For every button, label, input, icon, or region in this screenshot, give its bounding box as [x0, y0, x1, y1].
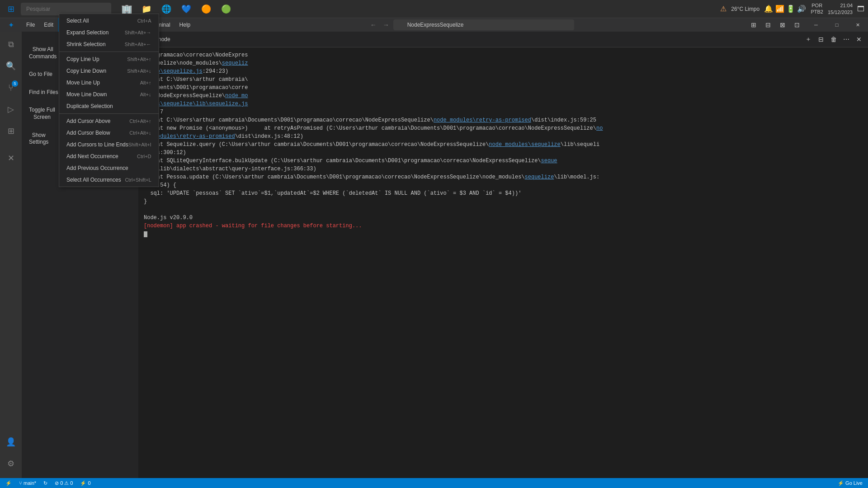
- statusbar-remote-count[interactable]: ⚡ 0: [78, 478, 92, 488]
- menu-copy-line-down[interactable]: Copy Line Down Shift+Alt+↓: [59, 65, 159, 77]
- terminal-trash-button[interactable]: 🗑: [828, 34, 839, 45]
- statusbar-go-live[interactable]: ⚡ Go Live: [836, 478, 864, 488]
- statusbar-branch[interactable]: ⑂ main*: [17, 478, 38, 488]
- activity-source-control[interactable]: ⑂ 5: [0, 77, 22, 99]
- menu-move-line-down[interactable]: Move Line Down Alt+↓: [59, 89, 159, 100]
- terminal-cursor-line: [144, 231, 147, 237]
- branch-name: main*: [24, 480, 36, 486]
- menu-separator-1: [59, 52, 159, 52]
- taskbar-icons: 🔔 📶 🔋 🔊: [764, 5, 806, 13]
- title-search-input[interactable]: [393, 19, 574, 30]
- sync-icon: ↻: [43, 480, 47, 486]
- menu-duplicate-selection[interactable]: Duplicate Selection: [59, 100, 159, 112]
- titlebar-center: ← → 🔍: [195, 19, 747, 30]
- error-icon: ⊘: [55, 480, 59, 486]
- error-count: 0: [60, 480, 63, 486]
- layout-btn-3[interactable]: ⊠: [776, 18, 789, 32]
- menu-separator-2: [59, 113, 159, 114]
- vscode-logo-icon: ✦: [0, 18, 22, 32]
- terminal-add-button[interactable]: ＋: [803, 34, 814, 45]
- menu-add-cursor-above[interactable]: Add Cursor Above Ctrl+Alt+↑: [59, 115, 159, 127]
- menu-edit[interactable]: Edit: [39, 18, 58, 32]
- terminal-close-button[interactable]: ✕: [854, 34, 864, 45]
- terminal-split-button[interactable]: ⊟: [816, 34, 826, 45]
- minimize-button[interactable]: ─: [806, 18, 826, 32]
- layout-btn-4[interactable]: ⊡: [790, 18, 804, 32]
- terminal-link-sequelize-4[interactable]: sequelize: [525, 174, 554, 180]
- terminal-actions: ＋ ⊟ 🗑 ⋯ ✕: [803, 34, 864, 45]
- menu-copy-line-up[interactable]: Copy Line Up Shift+Alt+↑: [59, 53, 159, 65]
- titlebar-layout-actions: ⊞ ⊟ ⊠ ⊡: [747, 18, 804, 32]
- go-live-icon: ⚡: [838, 480, 844, 486]
- terminal-tabs: node: [155, 34, 799, 44]
- taskbar-app-chrome[interactable]: 🌐: [157, 1, 175, 17]
- statusbar-sync[interactable]: ↻: [42, 478, 49, 488]
- taskbar-app-green[interactable]: 🟢: [217, 1, 235, 17]
- nav-back-button[interactable]: ←: [368, 19, 379, 30]
- window-controls: ─ □ ✕: [806, 18, 868, 32]
- title-search-wrapper: 🔍: [393, 19, 574, 30]
- activity-remote[interactable]: ✕: [0, 147, 22, 169]
- menu-add-prev-occurrence[interactable]: Add Previous Occurrence: [59, 162, 159, 174]
- terminal-content[interactable]: \programacao\correcao\NodeExpres sSequel…: [138, 47, 868, 478]
- layout-btn-2[interactable]: ⊟: [761, 18, 775, 32]
- menu-select-all-occurrences[interactable]: Select All Occurrences Ctrl+Shift+L: [59, 174, 159, 186]
- taskbar-app-orange[interactable]: 🟠: [197, 1, 215, 17]
- terminal-link-sequelize-3[interactable]: seque lize: [144, 158, 557, 172]
- remote-icon: ⚡: [80, 480, 86, 486]
- warning-count: 0: [70, 480, 73, 486]
- weather-icon: ⚠: [720, 5, 726, 13]
- menu-file[interactable]: File: [22, 18, 39, 32]
- layout-btn-1[interactable]: ⊞: [747, 18, 760, 32]
- statusbar-left: ⚡ ⑂ main* ↻ ⊘ 0 ⚠ 0 ⚡ 0: [4, 478, 93, 488]
- vscode-window: ✦ File Edit Selection View Go Run Termin…: [0, 18, 868, 488]
- language-indicator: PORPTB2: [811, 3, 823, 14]
- menu-add-next-occurrence[interactable]: Add Next Occurrence Ctrl+D: [59, 150, 159, 162]
- terminal-nodemon-crash: [nodemon] app crashed - waiting for file…: [144, 223, 362, 229]
- activity-bar-bottom: 👤 ⚙: [0, 431, 22, 478]
- activity-explorer[interactable]: ⧉: [0, 33, 22, 55]
- menu-expand-selection[interactable]: Expand Selection Shift+Alt+→: [59, 27, 159, 38]
- maximize-button[interactable]: □: [826, 18, 847, 32]
- menu-help[interactable]: Help: [175, 18, 195, 32]
- menu-move-line-up[interactable]: Move Line Up Alt+↑: [59, 77, 159, 89]
- statusbar: ⚡ ⑂ main* ↻ ⊘ 0 ⚠ 0 ⚡ 0 ⚡ Go Live: [0, 478, 868, 488]
- terminal-link-node-modules-1[interactable]: node_mo dules\sequelize\lib\sequelize.js: [144, 93, 248, 107]
- terminal-link-retry[interactable]: node_modules\retry-as-promised: [434, 117, 531, 123]
- statusbar-errors[interactable]: ⊘ 0 ⚠ 0: [53, 478, 75, 488]
- menu-select-all[interactable]: Select All Ctrl+A: [59, 15, 159, 27]
- source-control-badge: 5: [12, 80, 18, 87]
- activity-accounts[interactable]: 👤: [0, 431, 22, 453]
- statusbar-right: ⚡ Go Live: [836, 478, 864, 488]
- terminal-link-sequelize-2[interactable]: node_modules\sequelize: [489, 141, 560, 148]
- terminal-link-node-modules-2[interactable]: no de_modules\retry-as-promised: [144, 125, 603, 140]
- activity-settings[interactable]: ⚙: [0, 453, 22, 474]
- go-live-label: Go Live: [845, 480, 863, 486]
- terminal-cursor: [144, 231, 147, 237]
- menu-shrink-selection[interactable]: Shrink Selection Shift+Alt+←: [59, 38, 159, 50]
- notification-icon[interactable]: 🗖: [857, 5, 864, 13]
- windows-start-button[interactable]: ⊞: [4, 2, 18, 16]
- selection-dropdown-menu: Select All Ctrl+A Expand Selection Shift…: [59, 14, 159, 187]
- activity-bar: ⧉ 🔍 ⑂ 5 ▷ ⊞ ✕ 👤 ⚙: [0, 32, 22, 478]
- taskbar-app-vs[interactable]: 💙: [177, 1, 195, 17]
- nav-forward-button[interactable]: →: [381, 19, 392, 30]
- close-button[interactable]: ✕: [847, 18, 868, 32]
- activity-run-debug[interactable]: ▷: [0, 99, 22, 120]
- menu-add-cursor-below[interactable]: Add Cursor Below Ctrl+Alt+↓: [59, 127, 159, 139]
- activity-extensions[interactable]: ⊞: [0, 120, 22, 142]
- remote-count: 0: [88, 480, 90, 486]
- terminal-more-button[interactable]: ⋯: [841, 34, 852, 45]
- terminal-line-1: \programacao\correcao\NodeExpres sSequel…: [144, 52, 603, 221]
- terminal-link-sequelize-1[interactable]: sequeliz e\lib\sequelize.js: [144, 60, 248, 75]
- branch-icon: ⑂: [19, 480, 22, 486]
- activity-search[interactable]: 🔍: [0, 55, 22, 77]
- taskbar-time: 21:04 15/12/2023: [828, 2, 853, 15]
- warning-icon: ⚠: [64, 480, 69, 486]
- weather-temp: 26°C Limpo: [731, 6, 760, 12]
- statusbar-remote-icon[interactable]: ⚡: [4, 478, 14, 488]
- editor-area: ⌨ node ＋ ⊟ 🗑 ⋯ ✕ \programacao\correcao\N…: [138, 32, 868, 478]
- taskbar-right: ⚠ 26°C Limpo 🔔 📶 🔋 🔊 PORPTB2 21:04 15/12…: [720, 2, 864, 15]
- menu-add-cursors-line-ends[interactable]: Add Cursors to Line Ends Shift+Alt+I: [59, 139, 159, 150]
- terminal-header: ⌨ node ＋ ⊟ 🗑 ⋯ ✕: [138, 32, 868, 47]
